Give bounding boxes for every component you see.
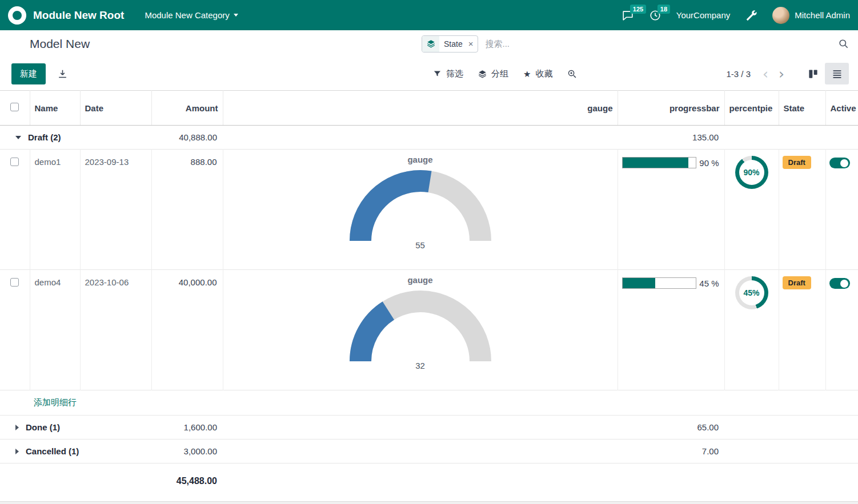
column-header-progressbar[interactable]: progressbar (618, 91, 724, 126)
cell-gauge[interactable]: gauge 32 (223, 270, 618, 390)
cell-name[interactable]: demo4 (30, 270, 80, 390)
column-header-date[interactable]: Date (80, 91, 151, 126)
cell-percentpie[interactable]: 45% (724, 270, 779, 390)
filter-label: 筛选 (446, 68, 463, 79)
messages-button[interactable]: 125 (622, 9, 634, 22)
search-input[interactable] (484, 38, 833, 49)
total-row: 45,488.00 (0, 463, 858, 502)
pager-previous-button[interactable]: ‹ (760, 67, 771, 81)
row-select-cell[interactable] (0, 270, 30, 390)
pie-label: 90% (743, 168, 759, 177)
kanban-view-button[interactable] (801, 63, 825, 84)
user-name: Mitchell Admin (795, 10, 850, 20)
row-select-cell[interactable] (0, 150, 30, 270)
pager-next-button[interactable]: › (776, 67, 787, 81)
pie-label: 45% (743, 288, 759, 297)
column-header-amount[interactable]: Amount (151, 91, 223, 126)
toggle-knob (840, 159, 848, 167)
horizontal-scrollbar[interactable] (0, 501, 858, 504)
active-toggle[interactable] (829, 158, 850, 168)
filter-button[interactable]: 筛选 (433, 68, 463, 79)
row-checkbox[interactable] (10, 158, 19, 166)
group-toggle-cell[interactable]: Done (1) (0, 416, 80, 440)
app-root-menu[interactable]: Module New Root (33, 9, 124, 22)
company-switcher[interactable]: YourCompany (676, 10, 731, 20)
search-facet-state[interactable]: State × (422, 35, 478, 53)
active-toggle[interactable] (829, 278, 850, 289)
gauge-value: 55 (340, 240, 500, 250)
column-header-active[interactable]: Active (825, 91, 858, 126)
app-logo-icon[interactable] (8, 6, 26, 25)
cell-progressbar[interactable]: 90 % (618, 150, 724, 270)
expand-search-icon[interactable] (567, 69, 577, 79)
export-icon[interactable] (57, 68, 68, 79)
user-menu[interactable]: Mitchell Admin (772, 7, 850, 24)
header-row: Name Date Amount gauge progressbar perce… (0, 91, 858, 126)
layers-icon (478, 70, 487, 78)
cell-name[interactable]: demo1 (30, 150, 80, 270)
search-bar[interactable]: State × (422, 35, 849, 53)
category-menu[interactable]: Module New Category (145, 10, 238, 20)
top-navbar: Module New Root Module New Category 125 … (0, 0, 858, 30)
group-by-button[interactable]: 分组 (478, 68, 508, 79)
column-header-percentpie[interactable]: percentpie (724, 91, 779, 126)
table-row[interactable]: demo4 2023-10-06 40,000.00 gauge 32 (0, 270, 858, 390)
cell-active[interactable] (825, 150, 858, 270)
cell-gauge[interactable]: gauge 55 (223, 150, 618, 270)
cell-active[interactable] (825, 270, 858, 390)
column-header-name[interactable]: Name (30, 91, 80, 126)
cell-amount[interactable]: 40,000.00 (151, 270, 223, 390)
app-window: Module New Root Module New Category 125 … (0, 0, 858, 504)
cell-date[interactable]: 2023-10-06 (80, 270, 151, 390)
state-badge: Draft (783, 276, 811, 289)
wrench-icon (745, 9, 757, 22)
gauge-widget: gauge 32 (340, 271, 500, 373)
caret-expanded-icon[interactable] (15, 136, 21, 139)
activities-button[interactable]: 18 (649, 9, 661, 22)
row-checkbox[interactable] (10, 278, 19, 287)
star-icon: ★ (523, 70, 531, 78)
caret-collapsed-icon[interactable] (15, 449, 19, 454)
progressbar (622, 277, 696, 289)
group-label: Cancelled (1) (26, 446, 79, 456)
group-progress-total: 7.00 (618, 440, 724, 463)
pager: 1-3 / 3 (726, 69, 751, 79)
avatar (772, 7, 789, 24)
new-button[interactable]: 新建 (11, 63, 46, 84)
select-all-checkbox[interactable] (10, 103, 19, 111)
control-panel-top: Model New State × (0, 30, 858, 57)
table-row[interactable]: demo1 2023-09-13 888.00 gauge 55 (0, 150, 858, 270)
facet-remove-icon[interactable]: × (467, 39, 478, 49)
cell-progressbar[interactable]: 45 % (618, 270, 724, 390)
search-icon[interactable] (838, 38, 849, 49)
gauge-widget: gauge 55 (340, 150, 500, 252)
list-view-button[interactable] (825, 63, 849, 84)
group-label: Draft (2) (28, 132, 61, 142)
favorites-button[interactable]: ★ 收藏 (523, 68, 552, 79)
add-line-row[interactable]: 添加明细行 (0, 390, 858, 416)
cell-percentpie[interactable]: 90% (724, 150, 779, 270)
navbar-systray: 125 18 YourCompany Mitchell Admin (622, 7, 850, 24)
cell-amount[interactable]: 888.00 (151, 150, 223, 270)
group-toggle-cell[interactable]: Draft (2) (0, 126, 80, 150)
add-line-link[interactable]: 添加明细行 (30, 397, 77, 407)
group-row-draft[interactable]: Draft (2) 40,888.00 135.00 (0, 126, 858, 150)
gauge-title: gauge (340, 155, 500, 164)
state-badge: Draft (783, 156, 811, 169)
caret-collapsed-icon[interactable] (15, 425, 19, 430)
column-header-state[interactable]: State (779, 91, 825, 126)
funnel-icon (433, 70, 442, 78)
group-row-cancelled[interactable]: Cancelled (1) 3,000.00 7.00 (0, 440, 858, 463)
cell-state[interactable]: Draft (779, 270, 825, 390)
column-header-gauge[interactable]: gauge (223, 91, 618, 126)
breadcrumb-title: Model New (30, 37, 90, 51)
cell-state[interactable]: Draft (779, 150, 825, 270)
toggle-knob (840, 280, 848, 288)
group-amount: 1,600.00 (151, 416, 223, 440)
header-select-all-cell[interactable] (0, 91, 30, 126)
group-row-done[interactable]: Done (1) 1,600.00 65.00 (0, 416, 858, 440)
layers-icon (422, 36, 439, 52)
group-toggle-cell[interactable]: Cancelled (1) (0, 440, 80, 463)
cell-date[interactable]: 2023-09-13 (80, 150, 151, 270)
debug-tools-button[interactable] (745, 9, 757, 22)
